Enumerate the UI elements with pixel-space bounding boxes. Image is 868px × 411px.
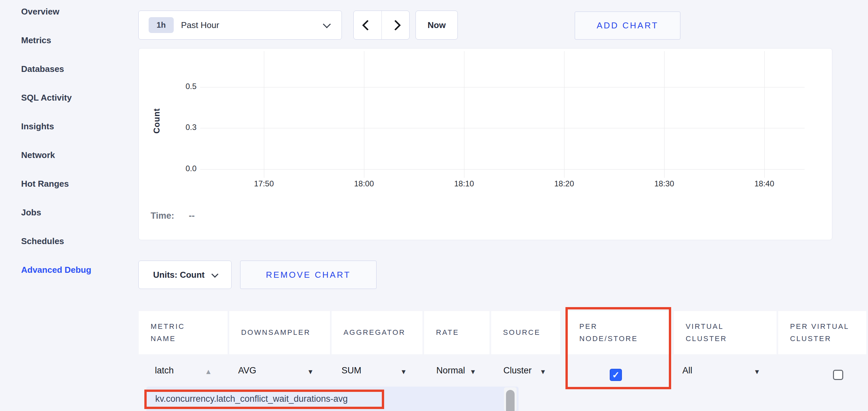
metric-suggestion-dropdown: kv.concurrency.latch_conflict_wait_durat…: [146, 386, 519, 411]
x-tick-label: 18:00: [341, 179, 387, 189]
virtual-cluster-select[interactable]: All: [682, 366, 692, 376]
rate-select[interactable]: Normal: [436, 366, 465, 376]
sidebar-item-schedules[interactable]: Schedules: [21, 236, 64, 247]
source-select[interactable]: Cluster: [503, 366, 532, 376]
x-tick-label: 18:30: [641, 179, 687, 189]
time-readout: Time:--: [151, 211, 195, 221]
units-select-label: Units: Count: [153, 270, 205, 280]
time-range-selector[interactable]: 1h Past Hour: [138, 10, 342, 40]
downsampler-select[interactable]: AVG: [238, 366, 256, 376]
metric-suggestion-item[interactable]: kv.concurrency.latch_conflict_wait_durat…: [155, 394, 348, 404]
y-tick-label: 0.3: [168, 123, 196, 132]
column-header-virtual-cluster: VIRTUAL CLUSTER: [674, 311, 776, 354]
time-step-arrows: [353, 10, 409, 40]
x-tick-label: 18:40: [741, 179, 787, 189]
sidebar-item-advanced-debug[interactable]: Advanced Debug: [21, 265, 91, 276]
time-window-badge: 1h: [149, 17, 174, 33]
column-header-source: SOURCE: [491, 311, 560, 354]
y-tick-label: 0.5: [168, 82, 196, 91]
x-tick-label: 18:20: [541, 179, 587, 189]
chart-plot-area[interactable]: [200, 51, 805, 178]
caret-down-icon[interactable]: ▼: [540, 368, 546, 376]
previous-time-button[interactable]: [354, 11, 381, 39]
sidebar-item-databases[interactable]: Databases: [21, 64, 64, 75]
sidebar-item-jobs[interactable]: Jobs: [21, 207, 41, 219]
column-header-per-virtual-cluster: PER VIRTUAL CLUSTER: [778, 311, 866, 354]
chevron-down-icon: [211, 271, 218, 277]
now-button[interactable]: Now: [415, 10, 458, 40]
chevron-right-icon: [390, 20, 401, 31]
x-tick-label: 18:10: [441, 179, 487, 189]
sidebar-item-sql-activity[interactable]: SQL Activity: [21, 93, 72, 104]
per-node-store-checkbox[interactable]: ✓: [610, 369, 622, 381]
caret-down-icon[interactable]: ▼: [400, 368, 407, 376]
x-tick-label: 17:50: [241, 179, 287, 189]
caret-up-icon[interactable]: ▲: [205, 368, 212, 376]
remove-chart-button[interactable]: REMOVE CHART: [240, 261, 376, 289]
sidebar-item-metrics[interactable]: Metrics: [21, 35, 51, 46]
checkmark-icon: ✓: [612, 370, 620, 380]
column-header-downsampler: DOWNSAMPLER: [229, 311, 330, 354]
dropdown-scrollbar: [504, 387, 517, 411]
metric-name-input[interactable]: latch: [155, 366, 174, 376]
column-header-per-node-store: PER NODE/STORE: [567, 311, 670, 354]
chart-card: Count 0.5 0.3 0.0 17:50 18:00 18:10 18:2…: [138, 48, 832, 240]
chevron-down-icon: [323, 20, 331, 28]
column-header-aggregator: AGGREGATOR: [332, 311, 423, 354]
sidebar-item-insights[interactable]: Insights: [21, 122, 54, 133]
time-readout-label: Time:: [151, 211, 175, 221]
time-readout-value: --: [189, 211, 195, 221]
units-select[interactable]: Units: Count: [138, 261, 231, 289]
caret-down-icon[interactable]: ▼: [307, 368, 314, 376]
add-chart-button[interactable]: ADD CHART: [575, 11, 680, 40]
column-header-rate: RATE: [424, 311, 490, 354]
sidebar-item-overview[interactable]: Overview: [21, 7, 59, 18]
next-time-button[interactable]: [381, 11, 409, 39]
time-window-label: Past Hour: [181, 20, 219, 30]
chevron-left-icon: [362, 20, 373, 31]
y-axis-label: Count: [152, 68, 161, 134]
per-virtual-cluster-checkbox[interactable]: [833, 370, 843, 380]
sidebar-item-hot-ranges[interactable]: Hot Ranges: [21, 179, 69, 190]
sidebar-item-network[interactable]: Network: [21, 150, 55, 161]
column-header-metric-name: METRIC NAME: [139, 311, 227, 354]
y-tick-label: 0.0: [168, 164, 196, 173]
caret-down-icon[interactable]: ▼: [470, 368, 476, 376]
caret-down-icon[interactable]: ▼: [754, 368, 760, 376]
dropdown-scrollbar-thumb[interactable]: [506, 390, 515, 411]
aggregator-select[interactable]: SUM: [342, 366, 361, 376]
